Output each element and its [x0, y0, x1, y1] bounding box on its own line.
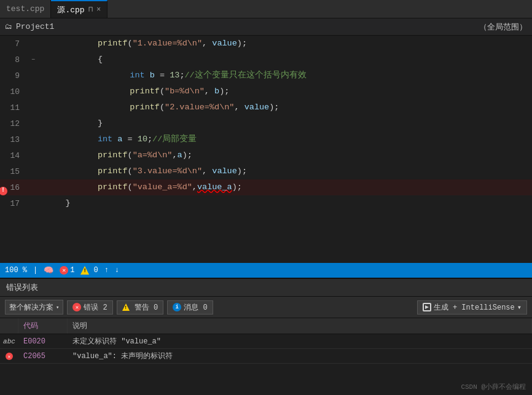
code-line-16: 16 printf("value_a=%d",value_a);: [0, 179, 532, 195]
code-content: }: [38, 115, 532, 131]
tab-label-active: 源.cpp: [57, 4, 84, 15]
code-content: int b = 13;//这个变量只在这个括号内有效: [38, 68, 532, 84]
line-number: 10: [0, 87, 25, 96]
code-editor[interactable]: 7 printf("1.value=%d\n", value); 8 − { 9: [0, 36, 532, 263]
build-icon: [423, 303, 431, 311]
svg-marker-0: [425, 305, 429, 309]
col-header-code: 代码: [18, 318, 68, 334]
tab-label: test.cpp: [6, 4, 44, 14]
error-row-icon: ✕: [6, 353, 13, 360]
project-icon: 🗂: [5, 22, 12, 31]
code-content: printf("a=%d\n",a);: [38, 147, 532, 163]
col-header-desc: 说明: [68, 318, 532, 334]
scope-label: （全局范围）: [479, 22, 527, 33]
line-number: 11: [0, 103, 25, 112]
filter-label: 整个解决方案: [9, 302, 53, 313]
row-description: 未定义标识符 "value_a": [68, 336, 532, 346]
warning-count-group[interactable]: 0: [80, 266, 98, 275]
code-content: printf("2.value=%d\n", value);: [38, 100, 532, 115]
code-line-10: 10 printf("b=%d\n", b);: [0, 84, 532, 100]
error-row[interactable]: abc E0020 未定义标识符 "value_a": [0, 334, 532, 349]
code-content: {: [38, 52, 532, 68]
solution-filter-dropdown[interactable]: 整个解决方案 ▾: [5, 300, 63, 315]
error-row[interactable]: ✕ C2065 "value_a": 未声明的标识符: [0, 349, 532, 364]
row-code: E0020: [18, 337, 68, 346]
line-number: 14: [0, 151, 25, 160]
tab-test-cpp[interactable]: test.cpp: [0, 0, 51, 18]
error-circle-icon: [0, 187, 7, 195]
line-number: 9: [0, 71, 25, 80]
code-line-17: 17 }: [0, 195, 532, 211]
row-code: C2065: [18, 352, 68, 361]
error-table: 代码 说明 abc E0020 未定义标识符 "value_a" ✕ C2065…: [0, 318, 532, 395]
row-icon: abc: [0, 337, 18, 346]
code-lines: 7 printf("1.value=%d\n", value); 8 − { 9: [0, 36, 532, 211]
line-number: 15: [0, 167, 25, 176]
error-count-group[interactable]: ✕ 1: [60, 266, 74, 275]
code-line-15: 15 printf("3.value=%d\n", value);: [0, 163, 532, 179]
intellisense-icon: 🧠: [44, 265, 53, 275]
project-name: Project1: [16, 22, 54, 31]
code-line-9: 9 int b = 13;//这个变量只在这个括号内有效: [0, 68, 532, 84]
error-panel-toolbar: 整个解决方案 ▾ ✕ 错误 2 警告 0 i 消息 0 生成 + Intelli…: [0, 297, 532, 318]
build-chevron-icon: ▾: [517, 303, 522, 312]
build-label: 生成 + IntelliSense: [434, 302, 515, 313]
status-divider: |: [33, 266, 37, 275]
error-badge-icon: ✕: [72, 303, 81, 311]
code-content: printf("value_a=%d",value_a);: [38, 179, 532, 195]
close-icon[interactable]: ×: [96, 6, 101, 14]
code-content: printf("b=%d\n", b);: [38, 84, 532, 100]
warning-icon: [80, 266, 89, 275]
error-panel: 错误列表 整个解决方案 ▾ ✕ 错误 2 警告 0 i 消息 0 生成 + In…: [0, 278, 532, 395]
messages-badge-label: 消息 0: [184, 302, 207, 313]
up-arrow[interactable]: ↑: [104, 266, 109, 275]
line-number: 12: [0, 119, 25, 128]
zoom-level: 100 %: [5, 266, 27, 275]
warnings-badge-label: 警告 0: [135, 302, 158, 313]
errors-badge-label: 错误 2: [84, 302, 107, 313]
row-icon: ✕: [0, 352, 18, 361]
line-number: 7: [0, 39, 25, 49]
code-line-11: 11 printf("2.value=%d\n", value);: [0, 100, 532, 115]
row-description: "value_a": 未声明的标识符: [68, 351, 532, 361]
tab-yuan-cpp[interactable]: 源.cpp ⊓ ×: [51, 0, 108, 18]
warning-count: 0: [93, 266, 98, 275]
code-content: printf("1.value=%d\n", value);: [38, 36, 532, 52]
code-line-13: 13 int a = 10;//局部变量: [0, 131, 532, 147]
tab-pin-icon[interactable]: ⊓: [88, 5, 93, 14]
line-number: 13: [0, 135, 25, 144]
project-bar: 🗂 Project1 （全局范围）: [0, 18, 532, 36]
error-panel-title: 错误列表: [0, 279, 532, 297]
build-badge[interactable]: 生成 + IntelliSense ▾: [417, 300, 527, 315]
watermark: CSDN @小薛不会编程: [461, 382, 526, 391]
line-number: 8: [0, 55, 25, 65]
code-line-7: 7 printf("1.value=%d\n", value);: [0, 36, 532, 52]
code-line-14: 14 printf("a=%d\n",a);: [0, 147, 532, 163]
code-line-8: 8 − {: [0, 52, 532, 68]
col-header-icon: [0, 318, 18, 334]
info-badge-icon: i: [173, 303, 181, 311]
line-number: 17: [0, 199, 25, 208]
tab-bar: test.cpp 源.cpp ⊓ ×: [0, 0, 532, 18]
fold-indicator[interactable]: −: [28, 57, 38, 63]
warning-badge-icon: [122, 303, 130, 311]
errors-badge[interactable]: ✕ 错误 2: [67, 300, 112, 315]
chevron-down-icon: ▾: [56, 304, 59, 311]
error-icon: ✕: [60, 266, 68, 275]
error-count: 1: [70, 266, 74, 275]
code-content: int a = 10;//局部变量: [38, 131, 532, 147]
status-bar: 100 % | 🧠 ✕ 1 0 ↑ ↓: [0, 263, 532, 278]
messages-badge[interactable]: i 消息 0: [167, 300, 213, 315]
code-content: }: [38, 195, 532, 211]
code-line-12: 12 }: [0, 115, 532, 131]
code-content: printf("3.value=%d\n", value);: [38, 163, 532, 179]
down-arrow[interactable]: ↓: [115, 266, 119, 275]
error-table-header: 代码 说明: [0, 318, 532, 334]
warnings-badge[interactable]: 警告 0: [117, 300, 163, 315]
line-number: 16: [0, 183, 25, 192]
